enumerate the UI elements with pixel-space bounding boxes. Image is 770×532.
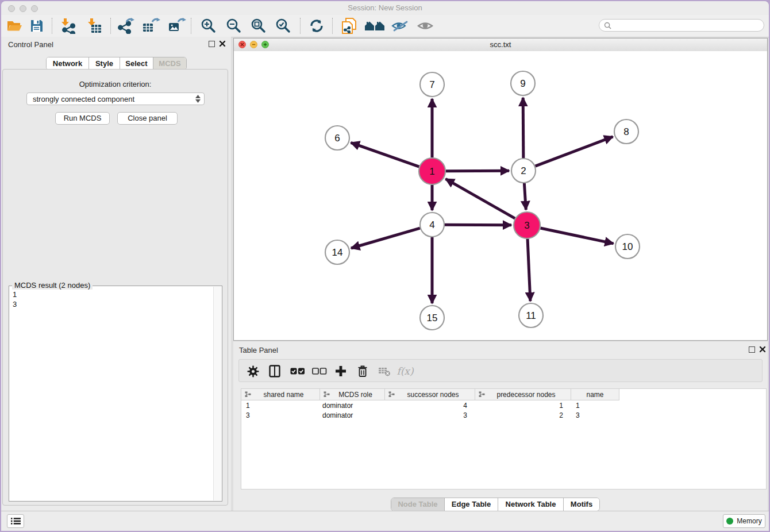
graph-node-label-8: 8 <box>623 126 629 137</box>
toolbar-separator <box>300 18 301 34</box>
tab-motifs[interactable]: Motifs <box>564 498 599 511</box>
memory-label: Memory <box>737 517 761 525</box>
graph-edge-2-8[interactable] <box>536 137 613 166</box>
cell-predecessor-nodes[interactable]: 1 <box>475 402 571 410</box>
search-input[interactable] <box>614 21 764 30</box>
cell-mcds-role[interactable]: dominator <box>320 411 385 419</box>
optimization-criterion-label: Optimization criterion: <box>3 80 228 88</box>
import-table-icon[interactable] <box>85 17 103 34</box>
float-panel-icon[interactable] <box>209 41 215 47</box>
zoom-out-icon[interactable] <box>224 17 244 34</box>
graph-edge-1-6[interactable] <box>351 142 419 167</box>
graph-edge-2-3[interactable] <box>524 183 526 210</box>
export-network-icon[interactable] <box>116 17 136 34</box>
control-panel-title: Control Panel <box>8 40 53 49</box>
window-titlebar: Session: New Session <box>1 1 769 16</box>
close-panel-button[interactable]: Close panel <box>117 112 178 125</box>
graph-node-label-3: 3 <box>524 220 529 231</box>
network-canvas[interactable]: 1234678910111415 <box>234 51 767 340</box>
graph-edge-4-14[interactable] <box>351 228 420 248</box>
open-session-icon[interactable] <box>6 17 23 34</box>
tab-network[interactable]: Network <box>47 57 89 70</box>
graph-node-label-6: 6 <box>334 133 340 144</box>
tab-node-table[interactable]: Node Table <box>391 498 445 511</box>
zoom-fit-icon[interactable] <box>249 17 268 34</box>
criterion-select[interactable]: strongly connected component <box>26 92 205 105</box>
save-session-icon[interactable] <box>29 17 45 34</box>
select-all-icon[interactable] <box>290 364 306 378</box>
graph-node-label-7: 7 <box>429 79 434 90</box>
network-graph: 1234678910111415 <box>234 51 767 340</box>
cell-successor-nodes[interactable]: 3 <box>385 411 475 419</box>
graph-node-label-9: 9 <box>520 78 525 89</box>
deselect-all-icon[interactable] <box>311 364 328 378</box>
column-header-shared-name[interactable]: shared name <box>241 389 320 400</box>
tab-select[interactable]: Select <box>120 57 153 70</box>
network-window-title: scc.txt <box>234 40 767 49</box>
mcds-result-line: 3 <box>13 299 17 309</box>
graph-edge-3-1[interactable] <box>445 179 515 218</box>
hide-selected-icon[interactable] <box>390 17 410 34</box>
memory-button[interactable]: Memory <box>723 514 765 528</box>
close-table-panel-icon[interactable] <box>759 346 766 353</box>
graph-node-label-14: 14 <box>332 247 343 258</box>
cell-name[interactable]: 3 <box>571 411 619 419</box>
node-table: shared name MCDS role successor nodes pr… <box>241 388 767 489</box>
import-network-icon[interactable] <box>59 17 77 34</box>
run-mcds-button[interactable]: Run MCDS <box>55 112 110 125</box>
graph-edge-3-10[interactable] <box>540 228 613 244</box>
toolbar-separator <box>110 18 111 34</box>
table-row[interactable]: 1 dominator 4 1 1 <box>241 400 766 410</box>
search-box[interactable] <box>599 19 764 32</box>
table-panel: Table Panel <box>233 342 768 511</box>
table-row[interactable]: 3 dominator 3 2 3 <box>241 410 766 420</box>
node-table-header: shared name MCDS role successor nodes pr… <box>241 389 766 400</box>
graph-node-label-2: 2 <box>521 165 526 176</box>
cell-successor-nodes[interactable]: 4 <box>385 402 475 410</box>
tab-mcds[interactable]: MCDS <box>153 57 186 70</box>
graph-edge-1-2[interactable] <box>446 171 509 171</box>
network-from-selection-icon[interactable] <box>339 17 359 34</box>
mcds-result-box: MCDS result (2 nodes) 1 3 <box>9 286 222 502</box>
task-history-button[interactable] <box>7 514 24 528</box>
tab-network-table[interactable]: Network Table <box>498 498 564 511</box>
control-panel-tabs: Network Style Select MCDS <box>46 57 187 70</box>
cell-shared-name[interactable]: 3 <box>241 411 320 419</box>
tab-style[interactable]: Style <box>89 57 120 70</box>
result-scrollbar[interactable] <box>213 287 221 500</box>
cell-name[interactable]: 1 <box>571 402 619 410</box>
column-header-mcds-role[interactable]: MCDS role <box>320 389 385 400</box>
add-column-icon[interactable] <box>333 364 348 378</box>
column-header-successor-nodes[interactable]: successor nodes <box>385 389 475 400</box>
show-all-icon[interactable] <box>415 17 436 34</box>
cell-mcds-role[interactable]: dominator <box>320 402 385 410</box>
table-toolbar: f(x) <box>238 359 763 382</box>
float-table-panel-icon[interactable] <box>749 346 755 353</box>
refresh-icon[interactable] <box>307 17 326 34</box>
criterion-select-value: strongly connected component <box>33 95 134 103</box>
zoom-in-icon[interactable] <box>199 17 218 34</box>
close-panel-icon[interactable] <box>219 40 226 47</box>
control-panel-header: Control Panel <box>1 37 231 52</box>
column-header-predecessor-nodes[interactable]: predecessor nodes <box>475 389 571 400</box>
application-window: Session: New Session <box>1 1 769 531</box>
column-layout-icon[interactable] <box>268 364 282 378</box>
export-image-icon[interactable] <box>167 17 187 34</box>
tab-edge-table[interactable]: Edge Table <box>445 498 498 511</box>
settings-gear-icon[interactable] <box>246 364 260 378</box>
function-builder-icon[interactable]: f(x) <box>395 364 415 378</box>
export-table-icon[interactable] <box>141 17 161 34</box>
delete-table-icon[interactable] <box>377 364 392 378</box>
graph-edge-2-9[interactable] <box>523 98 523 158</box>
toolbar-separator <box>191 18 191 34</box>
cell-shared-name[interactable]: 1 <box>241 402 320 410</box>
graph-edge-3-11[interactable] <box>528 239 530 301</box>
zoom-selected-icon[interactable] <box>274 17 293 34</box>
column-header-name[interactable]: name <box>571 389 619 400</box>
attribute-type-icon <box>245 391 251 398</box>
attribute-type-icon <box>324 391 330 398</box>
home-layout-icon[interactable] <box>363 17 386 34</box>
cell-predecessor-nodes[interactable]: 2 <box>475 411 571 419</box>
graph-edge-4-3[interactable] <box>445 225 511 225</box>
delete-column-icon[interactable] <box>355 364 370 378</box>
